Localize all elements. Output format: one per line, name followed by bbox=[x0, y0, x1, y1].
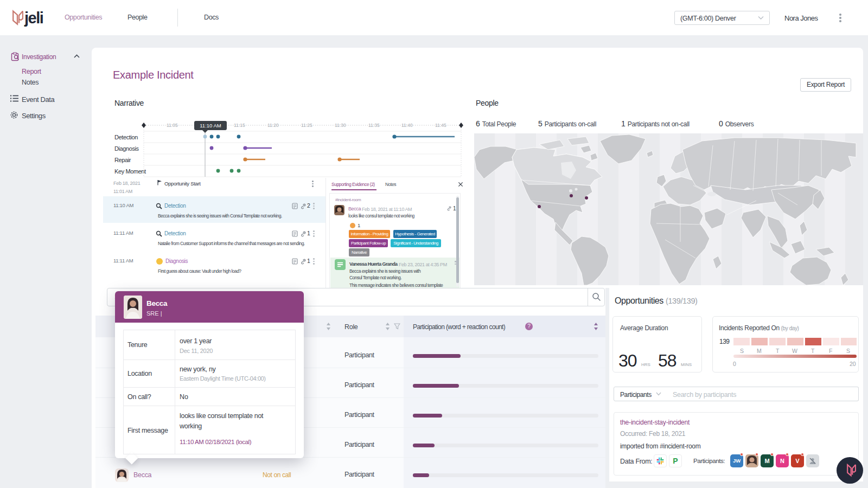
svg-text:11:05: 11:05 bbox=[167, 123, 178, 128]
svg-text:11:20: 11:20 bbox=[267, 123, 279, 128]
svg-text:11:15: 11:15 bbox=[234, 123, 245, 128]
svg-text:11:40: 11:40 bbox=[401, 123, 413, 128]
svg-text:11:25: 11:25 bbox=[301, 123, 312, 128]
svg-text:11:45: 11:45 bbox=[435, 123, 446, 128]
svg-text:11:30: 11:30 bbox=[335, 123, 346, 128]
svg-text:11:35: 11:35 bbox=[368, 123, 380, 128]
svg-text:11:10 AM: 11:10 AM bbox=[200, 123, 221, 129]
